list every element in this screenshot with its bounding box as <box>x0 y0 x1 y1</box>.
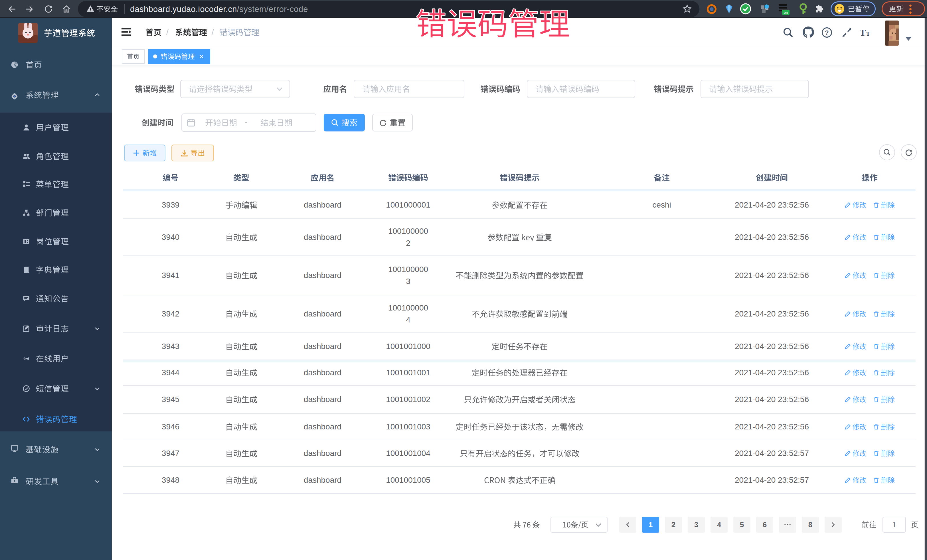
svg-text:on: on <box>784 10 788 15</box>
svg-text:T: T <box>866 30 870 37</box>
svg-text:?: ? <box>825 29 828 36</box>
svg-text:T: T <box>860 28 866 37</box>
